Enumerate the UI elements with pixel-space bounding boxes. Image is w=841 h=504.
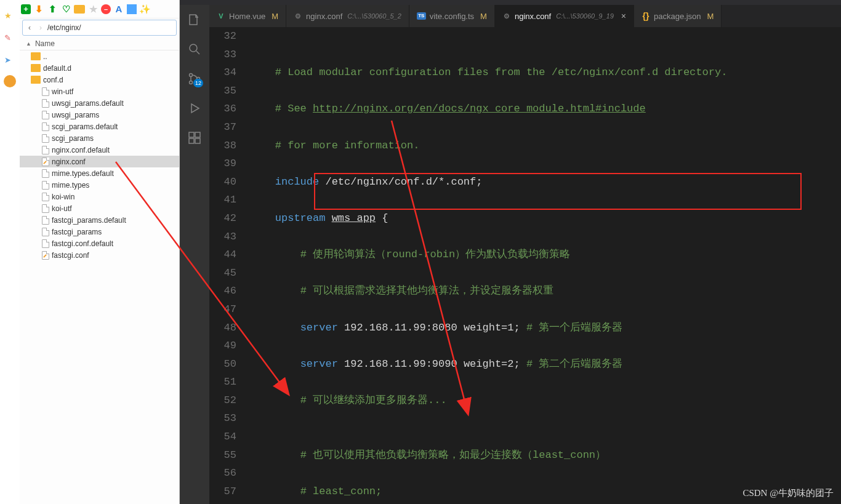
file-icon [42,169,49,178]
favorite-icon[interactable]: ★ [87,4,99,15]
pencil-icon[interactable]: ✎ [4,33,15,44]
file-row[interactable]: koi-utf [20,202,179,214]
line-number: 45 [209,264,236,282]
tab-label: nginx.conf [306,12,342,21]
modified-indicator: M [480,12,487,21]
source-control-icon[interactable]: 12 [187,71,202,86]
file-row[interactable]: fastcgi_params [20,226,179,238]
menu-bar[interactable] [180,0,841,5]
file-name: fastcgi_params [52,228,102,236]
code-content[interactable]: # Load modular configuration files from … [250,27,841,504]
svg-point-2 [190,81,193,84]
editor-tab[interactable]: VHome.vueM [209,5,286,27]
file-row[interactable]: uwsgi_params [20,109,179,121]
file-name: win-utf [52,87,73,96]
path-text: /etc/nginx/ [47,23,81,32]
font-icon[interactable]: A [113,4,124,15]
editor-tab[interactable]: {}package.jsonM [634,5,722,27]
line-number: 36 [209,100,236,118]
file-name: scgi_params [52,134,94,143]
back-arrow-icon[interactable]: ‹ [25,23,34,32]
modified-indicator: M [272,12,278,21]
line-number: 47 [209,300,236,319]
file-icon [42,181,49,190]
tab-label: Home.vue [229,12,265,21]
close-icon[interactable]: × [621,11,626,21]
file-row[interactable]: koi-win [20,191,179,202]
send-icon[interactable]: ➤ [4,55,15,66]
download-icon[interactable]: ⬇ [33,4,44,15]
delete-icon[interactable]: – [101,4,111,14]
file-name: default.d [43,64,71,73]
file-row[interactable]: scgi_params.default [20,121,179,132]
refresh-icon[interactable]: ♡ [60,4,71,15]
upload-icon[interactable]: ⬆ [47,4,58,15]
file-row[interactable]: fastcgi.conf.default [20,238,179,249]
editor-tab[interactable]: TSvite.config.tsM [409,5,495,27]
new-icon[interactable]: + [21,4,31,14]
line-number: 54 [209,428,236,446]
file-name: uwsgi_params [52,111,99,119]
file-row[interactable]: conf.d [20,74,179,86]
file-name: uwsgi_params.default [52,99,124,108]
star-icon[interactable]: ★ [4,11,15,22]
tab-label: package.json [654,12,701,21]
vscode-window: 12 VHome.vueM⚙nginx.confC:\...\530060_5_… [180,0,841,504]
file-row[interactable]: nginx.conf [20,156,179,167]
file-row[interactable]: win-utf [20,86,179,97]
file-icon [42,87,49,96]
tab-label: nginx.conf [515,12,551,21]
editor-tab[interactable]: ⚙nginx.confC:\...\530060_5_2 [286,5,409,27]
editor-tab[interactable]: ⚙nginx.confC:\...\530060_9_19× [495,5,634,27]
wand-icon[interactable]: ✨ [139,4,150,15]
file-row[interactable]: default.d [20,62,179,74]
file-row[interactable]: mime.types [20,179,179,191]
file-name: fastcgi_params.default [52,216,126,225]
file-row[interactable]: fastcgi.conf [20,249,179,261]
forward-arrow-icon[interactable]: › [36,23,45,32]
file-row[interactable]: uwsgi_params.default [20,97,179,109]
line-number: 48 [209,319,236,337]
file-row[interactable]: mime.types.default [20,167,179,179]
line-number: 57 [209,482,236,501]
file-name: fastcgi.conf.default [52,239,113,248]
line-number: 52 [209,391,236,410]
file-row[interactable]: .. [20,50,179,62]
path-input[interactable]: ‹ › /etc/nginx/ [22,20,177,36]
file-row[interactable]: fastcgi_params.default [20,214,179,226]
file-icon [42,99,49,108]
column-header[interactable]: ▲ Name [20,37,179,50]
line-number: 32 [209,27,236,46]
svg-rect-6 [189,138,194,143]
file-icon [42,158,49,166]
svg-point-0 [190,44,197,52]
explorer-icon[interactable] [187,12,202,27]
highlight-icon[interactable] [127,4,137,14]
file-name: koi-utf [52,204,72,213]
line-number: 43 [209,228,236,246]
tab-bar: VHome.vueM⚙nginx.confC:\...\530060_5_2TS… [209,5,841,27]
line-number: 34 [209,63,236,82]
file-row[interactable]: nginx.conf.default [20,144,179,156]
svg-point-1 [190,74,193,77]
globe-icon[interactable] [4,75,16,87]
folder-icon [31,76,41,84]
column-name: Name [35,39,55,48]
search-icon[interactable] [187,42,202,57]
file-row[interactable]: scgi_params [20,132,179,144]
code-editor[interactable]: 3233343536373839404142434445464748495051… [209,27,841,504]
file-tree[interactable]: ..default.dconf.dwin-utfuwsgi_params.def… [20,50,179,504]
line-number: 37 [209,118,236,137]
folder-icon [31,64,41,72]
file-icon [42,122,49,131]
file-icon [42,146,49,154]
file-name: conf.d [43,76,63,84]
sort-icon: ▲ [26,41,31,47]
folder-icon[interactable] [74,5,85,14]
json-icon: {} [642,12,650,20]
line-number: 39 [209,154,236,173]
file-explorer-panel: ★ ✎ ➤ + ⬇ ⬆ ♡ ★ – A ✨ ‹ › /etc/nginx/ ▲ … [0,0,180,504]
debug-icon[interactable] [187,101,202,116]
extensions-icon[interactable] [187,130,202,145]
line-number: 40 [209,173,236,191]
